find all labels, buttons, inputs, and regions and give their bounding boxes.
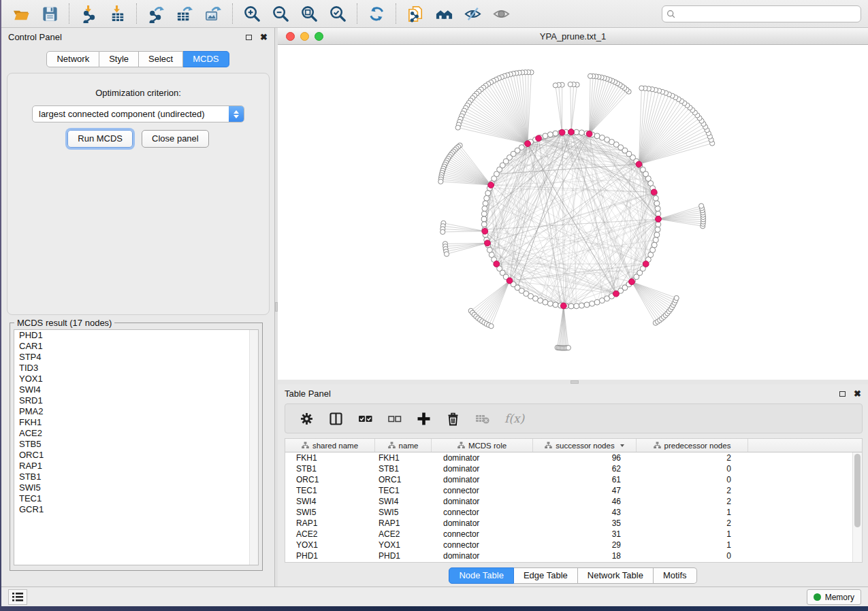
- mcds-result-item[interactable]: PHD1: [14, 330, 258, 341]
- mcds-result-item[interactable]: ORC1: [14, 450, 258, 461]
- cell-successor_nodes[interactable]: 29: [533, 540, 637, 550]
- mcds-result-item[interactable]: PMA2: [14, 406, 258, 417]
- sort-caret-icon[interactable]: [620, 444, 624, 447]
- cell-successor_nodes[interactable]: 61: [533, 474, 637, 485]
- mcds-result-item[interactable]: TID3: [14, 363, 258, 374]
- close-icon[interactable]: ✖: [260, 33, 268, 42]
- optimization-criterion-select[interactable]: largest connected component (undirected): [32, 105, 244, 122]
- ring-node[interactable]: [547, 132, 553, 137]
- cell-predecessor_nodes[interactable]: 2: [637, 452, 748, 463]
- export-table-icon[interactable]: [174, 3, 195, 24]
- mcds-result-item[interactable]: FKH1: [14, 417, 258, 428]
- splitter-grip[interactable]: [570, 380, 579, 384]
- leaf-node[interactable]: [566, 346, 570, 350]
- cell-shared_name[interactable]: FKH1: [285, 452, 375, 463]
- mcds-hub-node[interactable]: [488, 182, 494, 188]
- ring-node[interactable]: [653, 195, 658, 201]
- ring-node[interactable]: [652, 242, 657, 248]
- run-mcds-button[interactable]: Run MCDS: [67, 130, 133, 148]
- cell-shared_name[interactable]: STB1: [285, 463, 375, 474]
- ring-node[interactable]: [584, 302, 590, 308]
- ring-node[interactable]: [590, 301, 595, 306]
- cell-name[interactable]: SWI4: [375, 496, 432, 507]
- leaf-node[interactable]: [438, 179, 443, 184]
- ring-node[interactable]: [654, 201, 660, 206]
- cell-successor_nodes[interactable]: 35: [533, 518, 637, 529]
- table-row[interactable]: TEC1TEC1connector472: [285, 485, 862, 496]
- leaf-node[interactable]: [674, 295, 679, 300]
- table-scrollbar-thumb[interactable]: [854, 454, 861, 527]
- mcds-result-item[interactable]: GCR1: [14, 504, 258, 515]
- mcds-hub-node[interactable]: [482, 228, 488, 234]
- mcds-hub-node[interactable]: [525, 141, 531, 147]
- toggle-column-view-icon[interactable]: [329, 412, 343, 426]
- zoom-fit-icon[interactable]: [299, 3, 319, 24]
- first-neighbors-icon[interactable]: [434, 3, 454, 24]
- cell-shared_name[interactable]: RAP1: [285, 518, 375, 529]
- cell-mcds_role[interactable]: dominator: [432, 463, 533, 474]
- cell-name[interactable]: ORC1: [375, 474, 432, 485]
- cell-name[interactable]: FKH1: [375, 452, 432, 463]
- cell-shared_name[interactable]: ORC1: [285, 474, 375, 485]
- column-header-MCDS-role[interactable]: MCDS role: [432, 439, 533, 452]
- ring-node[interactable]: [568, 303, 574, 309]
- mcds-hub-node[interactable]: [586, 131, 592, 137]
- close-panel-button[interactable]: Close panel: [142, 130, 209, 148]
- mcds-result-item[interactable]: SWI4: [14, 384, 258, 395]
- ring-node[interactable]: [481, 211, 487, 216]
- ring-node[interactable]: [656, 211, 661, 216]
- delete-table-icon[interactable]: [475, 412, 489, 426]
- cell-successor_nodes[interactable]: 46: [533, 496, 637, 507]
- cell-name[interactable]: PHD1: [375, 550, 432, 561]
- tab-node-table[interactable]: Node Table: [449, 567, 514, 584]
- ring-node[interactable]: [538, 298, 543, 303]
- mcds-hub-node[interactable]: [560, 303, 566, 309]
- cell-predecessor_nodes[interactable]: 2: [637, 518, 748, 529]
- cell-predecessor_nodes[interactable]: 2: [637, 496, 748, 507]
- mcds-hub-node[interactable]: [559, 129, 565, 135]
- cell-mcds_role[interactable]: dominator: [432, 474, 533, 485]
- leaf-node[interactable]: [489, 324, 494, 329]
- horizontal-splitter[interactable]: [278, 380, 868, 384]
- ring-node[interactable]: [482, 206, 487, 212]
- cell-predecessor_nodes[interactable]: 1: [637, 529, 748, 540]
- ring-node[interactable]: [485, 191, 491, 196]
- mcds-result-item[interactable]: ACE2: [14, 428, 258, 439]
- tab-mcds[interactable]: MCDS: [183, 51, 229, 67]
- mcds-result-item[interactable]: YOX1: [14, 374, 258, 384]
- table-row[interactable]: FKH1FKH1dominator962: [285, 452, 862, 463]
- zoom-in-icon[interactable]: [242, 3, 262, 24]
- ring-node[interactable]: [481, 216, 487, 222]
- table-row[interactable]: PHD1PHD1dominator180: [285, 550, 862, 561]
- export-image-icon[interactable]: [203, 3, 223, 24]
- zoom-selected-icon[interactable]: [327, 3, 348, 24]
- leaf-node[interactable]: [444, 252, 449, 257]
- cell-successor_nodes[interactable]: 47: [533, 485, 637, 496]
- network-window-titlebar[interactable]: YPA_prune.txt_1: [278, 28, 868, 45]
- ring-node[interactable]: [543, 133, 548, 139]
- ring-node[interactable]: [579, 130, 584, 135]
- ring-node[interactable]: [654, 232, 660, 237]
- cell-mcds_role[interactable]: dominator: [432, 452, 533, 463]
- tab-edge-table[interactable]: Edge Table: [514, 567, 578, 584]
- ring-node[interactable]: [483, 201, 488, 206]
- delete-column-icon[interactable]: [446, 412, 460, 426]
- network-canvas[interactable]: [278, 45, 868, 380]
- mcds-hub-node[interactable]: [656, 216, 662, 222]
- import-table-icon[interactable]: [107, 3, 127, 24]
- mcds-result-item[interactable]: SWI5: [14, 482, 258, 493]
- column-header-predecessor-nodes[interactable]: predecessor nodes: [637, 439, 748, 452]
- cell-successor_nodes[interactable]: 18: [533, 550, 637, 561]
- table-row[interactable]: STB1STB1dominator620: [285, 463, 862, 474]
- search-box[interactable]: [662, 5, 861, 22]
- cell-name[interactable]: STB1: [375, 463, 432, 474]
- ring-node[interactable]: [599, 135, 605, 140]
- ring-node[interactable]: [574, 129, 579, 135]
- deselect-all-rows-icon[interactable]: [387, 412, 402, 426]
- cell-predecessor_nodes[interactable]: 0: [637, 550, 748, 561]
- cell-mcds_role[interactable]: dominator: [432, 496, 533, 507]
- save-session-icon[interactable]: [39, 3, 60, 24]
- float-window-icon[interactable]: [839, 391, 846, 397]
- cell-name[interactable]: TEC1: [375, 485, 432, 496]
- zoom-out-icon[interactable]: [270, 3, 291, 24]
